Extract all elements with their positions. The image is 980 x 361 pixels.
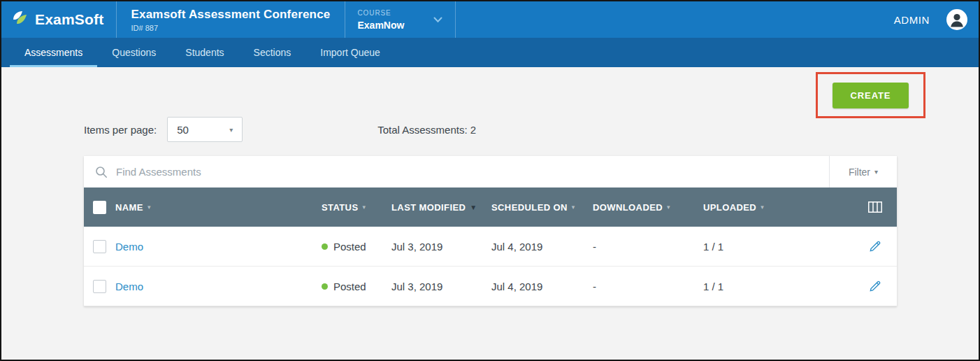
avatar[interactable] (946, 1, 967, 38)
select-all-checkbox[interactable] (93, 201, 106, 214)
page-title: Examsoft Assessment Conference (131, 8, 330, 22)
course-label: COURSE (358, 9, 405, 17)
course-value: ExamNow (358, 20, 405, 31)
caret-down-icon: ▾ (229, 126, 233, 134)
status-cell: Posted (322, 241, 391, 253)
brand[interactable]: ExamSoft (1, 1, 116, 38)
select-all-cell (84, 201, 115, 214)
search-bar: Filter ▾ (84, 156, 897, 187)
status-text: Posted (333, 241, 366, 253)
column-label: DOWNLOADED (593, 202, 663, 213)
create-button[interactable]: CREATE (833, 83, 909, 108)
status-cell: Posted (322, 281, 391, 292)
last-modified-cell: Jul 3, 2019 (391, 241, 491, 253)
items-per-page-label: Items per page: (84, 124, 157, 136)
course-selector[interactable]: COURSE ExamNow (345, 1, 456, 38)
header-spacer (456, 1, 893, 38)
column-header-downloaded[interactable]: DOWNLOADED ▾ (593, 202, 703, 213)
tab-questions[interactable]: Questions (97, 38, 171, 67)
tab-sections[interactable]: Sections (239, 38, 306, 67)
filter-label: Filter (849, 167, 870, 178)
status-text: Posted (333, 281, 366, 292)
edit-pencil-icon[interactable] (868, 239, 882, 253)
row-check-cell (84, 280, 115, 293)
tab-assessments[interactable]: Assessments (10, 38, 97, 67)
uploaded-cell: 1 / 1 (703, 281, 853, 292)
column-label: SCHEDULED ON (491, 202, 568, 213)
tab-label: Questions (112, 47, 156, 58)
edit-pencil-icon[interactable] (868, 279, 882, 293)
tab-students[interactable]: Students (171, 38, 238, 67)
column-label: STATUS (322, 202, 358, 213)
column-header-status[interactable]: STATUS ▾ (322, 202, 391, 213)
assessment-name-link[interactable]: Demo (115, 241, 143, 253)
create-highlight-box: CREATE (816, 72, 925, 118)
column-header-name[interactable]: NAME ▾ (115, 202, 322, 213)
sort-caret-icon: ▾ (147, 204, 151, 211)
sort-caret-icon: ▾ (572, 204, 575, 211)
column-header-scheduled-on[interactable]: SCHEDULED ON ▾ (491, 202, 593, 213)
course-info: COURSE ExamNow (358, 9, 405, 31)
sort-caret-icon-active: ▼ (470, 204, 477, 211)
column-header-last-modified[interactable]: LAST MODIFIED ▼ (391, 202, 491, 213)
examsoft-app-window: ExamSoft Examsoft Assessment Conference … (0, 0, 980, 361)
last-modified-cell: Jul 3, 2019 (391, 281, 491, 292)
course-title-block: Examsoft Assessment Conference ID# 887 (116, 1, 344, 38)
scheduled-on-cell: Jul 4, 2019 (491, 241, 593, 253)
row-checkbox[interactable] (93, 280, 106, 293)
row-check-cell (84, 240, 115, 253)
admin-menu[interactable]: ADMIN (894, 1, 946, 38)
table-row: Demo Posted Jul 3, 2019 Jul 4, 2019 - 1 … (84, 227, 897, 267)
brand-name: ExamSoft (35, 11, 103, 28)
column-label: UPLOADED (703, 202, 756, 213)
page-controls: Items per page: 50 ▾ Total Assessments: … (84, 117, 476, 142)
tab-label: Import Queue (320, 47, 380, 58)
sort-caret-icon: ▾ (761, 204, 764, 211)
column-label: NAME (115, 202, 143, 213)
tab-label: Assessments (24, 47, 82, 58)
sort-caret-icon: ▾ (362, 204, 366, 211)
top-header: ExamSoft Examsoft Assessment Conference … (1, 1, 979, 38)
downloaded-cell: - (593, 281, 703, 292)
column-header-uploaded[interactable]: UPLOADED ▾ (703, 202, 853, 213)
items-per-page-value: 50 (177, 124, 189, 136)
search-input[interactable] (115, 156, 829, 187)
content-area: CREATE Items per page: 50 ▾ Total Assess… (1, 67, 979, 360)
name-cell: Demo (115, 281, 322, 292)
tab-label: Students (185, 47, 224, 58)
uploaded-cell: 1 / 1 (703, 241, 853, 253)
examsoft-logo-icon (11, 10, 29, 29)
column-settings-cell (853, 201, 897, 213)
caret-down-icon: ▾ (874, 168, 878, 176)
chevron-down-icon (433, 17, 442, 23)
name-cell: Demo (115, 241, 322, 253)
search-icon (95, 156, 108, 187)
column-label: LAST MODIFIED (391, 202, 466, 213)
main-nav: Assessments Questions Students Sections … (1, 38, 979, 67)
status-dot-icon (322, 283, 328, 290)
status-dot-icon (322, 243, 328, 250)
assessments-panel: Filter ▾ NAME ▾ STATUS ▾ LAST MODIF (84, 156, 897, 306)
sort-caret-icon: ▾ (667, 204, 670, 211)
assessment-name-link[interactable]: Demo (115, 281, 143, 292)
total-assessments: Total Assessments: 2 (377, 124, 476, 136)
tab-label: Sections (254, 47, 291, 58)
table-row: Demo Posted Jul 3, 2019 Jul 4, 2019 - 1 … (84, 267, 897, 306)
column-settings-icon[interactable] (868, 201, 882, 213)
course-id: ID# 887 (131, 24, 330, 32)
filter-button[interactable]: Filter ▾ (829, 156, 897, 187)
tab-import-queue[interactable]: Import Queue (305, 38, 395, 67)
table-header: NAME ▾ STATUS ▾ LAST MODIFIED ▼ SCHEDULE… (84, 187, 897, 227)
actions-cell (853, 279, 897, 293)
actions-cell (853, 239, 897, 253)
row-checkbox[interactable] (93, 240, 106, 253)
scheduled-on-cell: Jul 4, 2019 (491, 281, 593, 292)
items-per-page-select[interactable]: 50 ▾ (167, 117, 243, 142)
downloaded-cell: - (593, 241, 703, 253)
